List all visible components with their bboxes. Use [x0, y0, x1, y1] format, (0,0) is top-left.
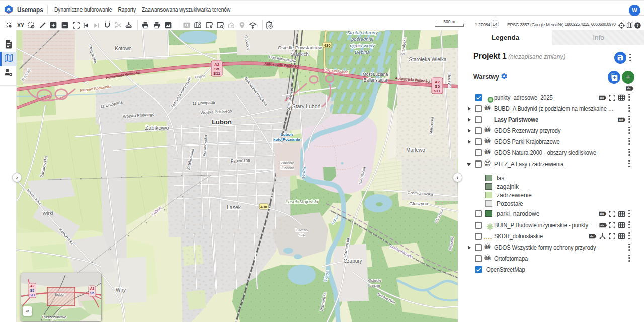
- svg-text:abc: abc: [619, 118, 623, 121]
- svg-text:S11: S11: [29, 293, 35, 297]
- svg-text:Starołęka Wielka: Starołęka Wielka: [409, 57, 446, 62]
- svg-text:A2: A2: [30, 284, 35, 288]
- svg-text:abc: abc: [600, 96, 604, 99]
- svg-text:A2: A2: [435, 79, 440, 84]
- svg-text:S5: S5: [435, 84, 440, 89]
- svg-text:MVT: MVT: [485, 130, 490, 133]
- svg-text:abc: abc: [600, 224, 605, 226]
- svg-text:A2: A2: [90, 287, 95, 290]
- svg-text:Luboń: Luboń: [55, 292, 66, 297]
- svg-text:Wiry: Wiry: [116, 287, 126, 293]
- svg-text:abc: abc: [590, 235, 594, 237]
- svg-text:Marlewo: Marlewo: [406, 147, 425, 153]
- svg-text:430: 430: [260, 205, 267, 209]
- svg-text:Żabikowo: Żabikowo: [145, 125, 169, 131]
- svg-text:Stary Luboń: Stary Luboń: [292, 103, 321, 109]
- svg-text:Luveno: Luveno: [296, 228, 308, 232]
- svg-text:Puszczykowo: Puszczykowo: [42, 315, 67, 319]
- svg-text:Czapury: Czapury: [343, 258, 362, 264]
- svg-text:A2: A2: [214, 62, 220, 67]
- svg-text:S11: S11: [213, 71, 220, 76]
- svg-text:Ballenstedta: Ballenstedta: [364, 77, 387, 83]
- svg-text:MVT: MVT: [485, 163, 490, 166]
- svg-text:koło Poznania: koło Poznania: [273, 137, 300, 142]
- svg-text:Dębina: Dębina: [355, 49, 370, 55]
- svg-text:Most Lucjana: Most Lucjana: [363, 72, 388, 77]
- svg-text:Kotowo: Kotowo: [115, 46, 132, 51]
- svg-text:Zakłady: Zakłady: [281, 160, 294, 165]
- svg-text:S5: S5: [30, 289, 35, 292]
- svg-text:MVT: MVT: [485, 247, 490, 250]
- svg-text:Gluszyna: Gluszyna: [409, 201, 428, 206]
- svg-text:MVT: MVT: [485, 108, 490, 111]
- svg-text:Strefa ochrony: Strefa ochrony: [347, 30, 378, 35]
- svg-text:430: 430: [324, 43, 331, 48]
- svg-text:Luboń: Luboń: [212, 118, 232, 126]
- svg-text:MVT: MVT: [485, 152, 490, 155]
- svg-text:S/A: S/A: [299, 233, 305, 237]
- svg-text:Lasek: Lasek: [227, 204, 242, 210]
- svg-text:Lasek Mojoński: Lasek Mojoński: [285, 199, 318, 204]
- svg-text:MVT: MVT: [485, 141, 490, 144]
- svg-text:Osiedle Powstańców: Osiedle Powstańców: [278, 45, 322, 50]
- svg-text:abc: abc: [600, 213, 604, 215]
- svg-text:Leśne: Leśne: [369, 283, 380, 288]
- svg-text:abc: abc: [627, 87, 631, 90]
- svg-text:S11: S11: [434, 89, 441, 93]
- svg-text:WMS: WMS: [484, 258, 491, 261]
- svg-text:S5: S5: [90, 291, 95, 295]
- svg-text:Osiedle: Osiedle: [368, 278, 382, 283]
- svg-text:pośredniej: pośredniej: [351, 36, 374, 42]
- svg-text:Wirki: Wirki: [42, 210, 53, 216]
- svg-text:?: ?: [636, 23, 639, 28]
- svg-text:Luboń: Luboń: [281, 132, 293, 137]
- svg-text:ujęcia wody: ujęcia wody: [350, 43, 375, 48]
- svg-text:S5: S5: [214, 67, 219, 71]
- svg-text:Lubonto: Lubonto: [280, 166, 294, 170]
- svg-text:Śląskich: Śląskich: [291, 51, 308, 57]
